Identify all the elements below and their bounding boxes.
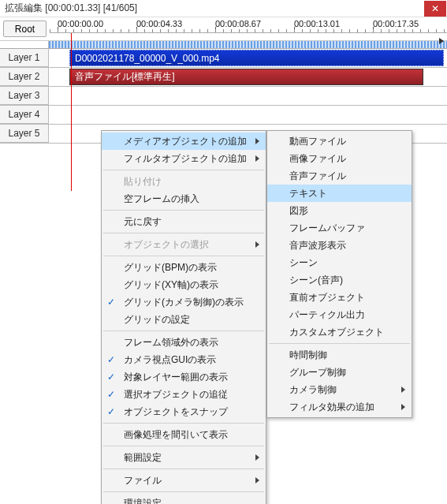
context-menu-item[interactable]: ファイル bbox=[102, 472, 266, 489]
layer-track[interactable] bbox=[49, 87, 447, 105]
menu-item-label: フレーム領域外の表示 bbox=[124, 336, 218, 349]
context-menu-item[interactable]: フィルタオブジェクトの追加 bbox=[102, 150, 266, 167]
menu-item-label: 音声ファイル bbox=[289, 170, 346, 183]
context-menu-item[interactable]: ✓オブジェクトをスナップ bbox=[102, 403, 266, 420]
context-menu-item[interactable]: 範囲設定 bbox=[102, 449, 266, 466]
clip-label: D0002021178_00000_V_000.mp4 bbox=[75, 53, 220, 64]
submenu-item[interactable]: 直前オブジェクト bbox=[267, 289, 412, 306]
menu-item-label: 元に戻す bbox=[124, 215, 162, 229]
menu-item-label: 空フレームの挿入 bbox=[124, 192, 199, 206]
check-icon: ✓ bbox=[107, 406, 115, 417]
menu-item-label: フィルタ効果の追加 bbox=[289, 401, 374, 414]
context-menu-item[interactable]: 空フレームの挿入 bbox=[102, 190, 266, 207]
layer-row: Layer 4 bbox=[0, 106, 447, 125]
menu-item-label: 範囲設定 bbox=[124, 451, 162, 465]
layer-track[interactable]: D0002021178_00000_V_000.mp4 bbox=[49, 49, 447, 67]
submenu-arrow-icon bbox=[401, 404, 405, 410]
submenu-item[interactable]: 音声波形表示 bbox=[267, 237, 412, 254]
menu-item-label: 時間制御 bbox=[289, 349, 327, 362]
context-menu-item[interactable]: グリッド(BPM)の表示 bbox=[102, 259, 266, 276]
time-tick: 00:00:17.35 bbox=[373, 19, 419, 28]
submenu-item[interactable]: 図形 bbox=[267, 202, 412, 219]
menu-item-label: 環境設定 bbox=[124, 497, 162, 505]
video-clip[interactable]: D0002021178_00000_V_000.mp4 bbox=[69, 50, 444, 66]
menu-item-label: フィルタオブジェクトの追加 bbox=[124, 152, 247, 166]
menu-item-label: パーティクル出力 bbox=[289, 308, 365, 322]
submenu-arrow-icon bbox=[401, 386, 405, 393]
menu-item-label: シーン(音声) bbox=[289, 274, 343, 287]
layer-label[interactable]: Layer 2 bbox=[0, 68, 49, 86]
layer-label[interactable]: Layer 5 bbox=[0, 125, 49, 143]
context-menu-item[interactable]: グリッドの設定 bbox=[102, 311, 266, 328]
root-button-label: Root bbox=[15, 24, 35, 35]
check-icon: ✓ bbox=[107, 371, 115, 383]
scroll-right-icon[interactable] bbox=[439, 38, 444, 44]
time-ruler: 00:00:00.00 00:00:04.33 00:00:08.67 00:0… bbox=[50, 19, 447, 33]
context-menu-item[interactable]: ✓グリッド(カメラ制御)の表示 bbox=[102, 293, 266, 311]
submenu-arrow-icon bbox=[255, 155, 259, 162]
menu-item-label: テキスト bbox=[289, 187, 327, 200]
layer-row: Layer 1 D0002021178_00000_V_000.mp4 bbox=[0, 49, 447, 68]
menu-separator bbox=[103, 469, 264, 469]
submenu-item[interactable]: テキスト bbox=[267, 185, 412, 202]
submenu-arrow-icon bbox=[255, 477, 259, 483]
frame-strip[interactable] bbox=[49, 41, 447, 49]
minor-ticks bbox=[50, 29, 447, 32]
context-menu-item[interactable]: ✓対象レイヤー範囲の表示 bbox=[102, 368, 266, 386]
context-menu-item[interactable]: フレーム領域外の表示 bbox=[102, 334, 266, 351]
check-icon: ✓ bbox=[107, 389, 115, 400]
submenu-arrow-icon bbox=[255, 241, 259, 248]
context-menu-item[interactable]: ✓カメラ視点GUIの表示 bbox=[102, 351, 266, 368]
submenu-item[interactable]: グループ制御 bbox=[267, 364, 412, 381]
menu-item-label: フレームバッファ bbox=[289, 222, 365, 235]
submenu-item[interactable]: 動画ファイル bbox=[267, 133, 412, 150]
menu-item-label: オブジェクトをスナップ bbox=[124, 405, 228, 419]
layer-track[interactable] bbox=[49, 106, 447, 124]
menu-item-label: 図形 bbox=[289, 204, 308, 218]
layer-row: Layer 3 bbox=[0, 87, 447, 106]
submenu-item[interactable]: 時間制御 bbox=[267, 346, 412, 364]
submenu-item[interactable]: カメラ制御 bbox=[267, 381, 412, 398]
context-menu-item: 貼り付け bbox=[102, 173, 266, 190]
check-icon: ✓ bbox=[107, 297, 115, 308]
submenu-item[interactable]: パーティクル出力 bbox=[267, 306, 412, 323]
menu-separator bbox=[269, 343, 410, 344]
submenu-item[interactable]: フレームバッファ bbox=[267, 219, 412, 237]
layer-track[interactable]: 音声ファイル[標準再生] bbox=[49, 68, 447, 86]
submenu-item[interactable]: シーン(音声) bbox=[267, 271, 412, 289]
context-menu-item[interactable]: ✓選択オブジェクトの追従 bbox=[102, 386, 266, 403]
layers: Layer 1 D0002021178_00000_V_000.mp4 Laye… bbox=[0, 49, 447, 144]
menu-item-label: 貼り付け bbox=[124, 175, 162, 189]
submenu-item[interactable]: カスタムオブジェクト bbox=[267, 323, 412, 341]
audio-clip[interactable]: 音声ファイル[標準再生] bbox=[69, 69, 423, 85]
timeline-ruler-area[interactable]: 00:00:00.00 00:00:04.33 00:00:08.67 00:0… bbox=[50, 17, 447, 40]
time-tick: 00:00:04.33 bbox=[136, 19, 182, 28]
close-button[interactable]: ✕ bbox=[424, 1, 446, 17]
context-menu-item[interactable]: グリッド(XY軸)の表示 bbox=[102, 276, 266, 293]
context-menu-item[interactable]: 画像処理を間引いて表示 bbox=[102, 426, 266, 443]
menu-separator bbox=[103, 446, 264, 446]
time-tick: 00:00:13.01 bbox=[294, 19, 340, 28]
menu-item-label: メディアオブジェクトの追加 bbox=[124, 135, 247, 148]
layer-label[interactable]: Layer 4 bbox=[0, 106, 49, 124]
frame-strip-gutter bbox=[0, 41, 49, 49]
root-button[interactable]: Root bbox=[3, 21, 47, 37]
playhead[interactable] bbox=[71, 33, 72, 191]
menu-item-label: 動画ファイル bbox=[289, 135, 346, 148]
layer-label[interactable]: Layer 3 bbox=[0, 87, 49, 105]
submenu-item[interactable]: シーン bbox=[267, 254, 412, 271]
submenu-item[interactable]: フィルタ効果の追加 bbox=[267, 398, 412, 416]
menu-separator bbox=[103, 210, 264, 211]
menu-separator bbox=[103, 256, 264, 256]
menu-item-label: シーン bbox=[289, 256, 318, 270]
menu-separator bbox=[103, 330, 264, 331]
submenu-media-object: 動画ファイル画像ファイル音声ファイルテキスト図形フレームバッファ音声波形表示シー… bbox=[266, 130, 412, 418]
layer-label[interactable]: Layer 1 bbox=[0, 49, 49, 67]
context-menu-item: オブジェクトの選択 bbox=[102, 236, 266, 253]
context-menu-item[interactable]: メディアオブジェクトの追加 bbox=[102, 133, 266, 150]
submenu-item[interactable]: 音声ファイル bbox=[267, 167, 412, 185]
context-menu-item[interactable]: 元に戻す bbox=[102, 213, 266, 230]
window-title: 拡張編集 [00:00:01.33] [41/605] bbox=[5, 2, 424, 15]
submenu-item[interactable]: 画像ファイル bbox=[267, 150, 412, 167]
context-menu-item[interactable]: 環境設定 bbox=[102, 495, 266, 504]
